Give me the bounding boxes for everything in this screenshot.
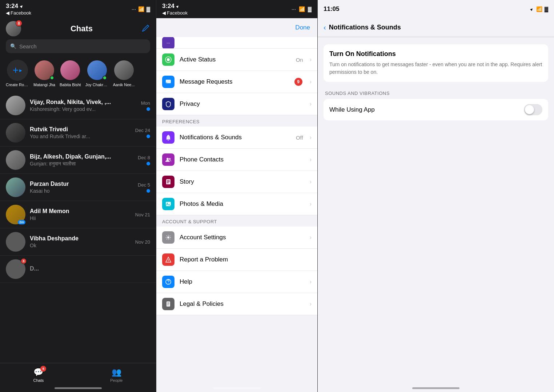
sounds-vibrations-card: While Using App <box>324 99 548 120</box>
while-using-app-toggle[interactable] <box>524 104 542 115</box>
wifi-icon: 📶 <box>138 6 144 12</box>
phone-contacts-label: Phone Contacts <box>180 156 305 163</box>
message-requests-icon <box>162 76 174 88</box>
svg-rect-16 <box>167 303 169 303</box>
group2-time: Dec 8 <box>138 155 150 160</box>
search-bar[interactable]: 🔍 Search <box>6 39 150 53</box>
chat-item-adil[interactable]: 2m Adil M Memon Hii Nov 21 <box>0 201 156 228</box>
settings-bottom-bar <box>156 381 317 392</box>
svg-point-11 <box>167 236 169 239</box>
home-indicator-chats <box>55 387 102 389</box>
settings-header: Done <box>156 18 317 37</box>
chat-item-parzan[interactable]: Parzan Dastur Kasai ho Dec 5 <box>0 174 156 201</box>
settings-item-active-status[interactable]: Active Status On › <box>156 49 317 71</box>
settings-item-report-problem[interactable]: Report a Problem <box>156 249 317 271</box>
back-facebook-chats[interactable]: ◀ Facebook <box>6 10 31 16</box>
chats-nav-icon: 💬 6 <box>33 368 43 377</box>
legal-policies-chevron-icon: › <box>310 301 312 307</box>
while-using-app-label: While Using App <box>329 106 375 113</box>
privacy-icon <box>162 98 174 110</box>
turn-on-notifications-title: Turn On Notifications <box>329 50 542 58</box>
story-item-aanik[interactable]: Aanik Nee... <box>113 60 135 87</box>
group2-unread <box>146 162 150 165</box>
notifications-label: Notifications & Sounds <box>180 134 291 141</box>
status-icons-chats: ··· 📶 ▓ <box>132 6 150 12</box>
chat-item-vibha[interactable]: Vibha Deshpande Ok Nov 20 <box>0 228 156 256</box>
settings-item-help[interactable]: Help › <box>156 271 317 293</box>
settings-item-phone-contacts[interactable]: Phone Contacts › <box>156 149 317 171</box>
settings-item-notifications[interactable]: Notifications & Sounds Off › <box>156 127 317 149</box>
video-icon: ▶ <box>19 68 22 72</box>
group1-unread <box>146 107 150 111</box>
nav-item-chats[interactable]: 💬 6 Chats <box>33 368 44 383</box>
sounds-vibrations-section: SOUNDS AND VIBRATIONS While Using App <box>318 91 554 120</box>
user-avatar-container[interactable]: 8 <box>6 21 21 36</box>
svg-point-3 <box>166 158 169 160</box>
story-label: Story <box>180 178 305 185</box>
group1-name: Vijay, Ronak, Nikita, Vivek, ,... <box>30 99 137 105</box>
notif-back-button[interactable]: ‹ <box>324 23 326 32</box>
active-status-icon <box>162 53 174 66</box>
people-nav-label: People <box>110 378 123 383</box>
story-item-joy[interactable]: Joy Chakraborty <box>85 60 109 87</box>
aanik-avatar-container <box>113 60 135 81</box>
svg-rect-6 <box>167 180 170 181</box>
panel-chats: 3:24 ▲ ◀ Facebook ··· 📶 ▓ 8 Chats <box>0 0 156 392</box>
settings-back-label[interactable]: ◀ Facebook <box>162 10 188 16</box>
partial-badge: 8 <box>21 258 27 264</box>
rutvik-avatar <box>6 123 25 143</box>
panel-notifications: 11:05 ▲ 📶 ▓ ‹ Notifications & Sounds Tur… <box>318 0 554 392</box>
settings-item-message-requests[interactable]: Message Requests 9 › <box>156 71 317 93</box>
chat-item-group1[interactable]: Vijay, Ronak, Nikita, Vivek, ,... Kishor… <box>0 92 156 119</box>
settings-item-story[interactable]: Story › <box>156 171 317 193</box>
sounds-vibrations-label: SOUNDS AND VIBRATIONS <box>324 91 548 96</box>
panel-settings: 3:24 ▲ ◀ Facebook ··· 📶 ▓ Done ··· <box>156 0 318 392</box>
phone-contacts-chevron-icon: › <box>310 156 312 163</box>
story-item-create[interactable]: + ▶ Create Room <box>6 60 29 87</box>
story-item-matangi[interactable]: Matangi Jha <box>33 60 55 87</box>
svg-point-10 <box>167 203 168 204</box>
chat-list: Vijay, Ronak, Nikita, Vivek, ,... Kishor… <box>0 92 156 363</box>
chat-item-rutvik[interactable]: Rutvik Trivedi You and Rutvik Trivedi ar… <box>0 119 156 147</box>
toggle-knob <box>525 105 534 114</box>
legal-policies-label: Legal & Policies <box>180 300 305 308</box>
notif-status-icons: ▲ 📶 ▓ <box>530 6 548 12</box>
rutvik-name: Rutvik Trivedi <box>30 126 131 133</box>
add-icon: + <box>13 64 19 76</box>
photos-media-icon <box>162 198 174 210</box>
create-room-avatar: + ▶ <box>7 60 28 81</box>
nav-item-people[interactable]: 👥 People <box>110 368 123 383</box>
group2-avatar <box>6 150 25 170</box>
settings-item-photos-media[interactable]: Photos & Media › <box>156 193 317 215</box>
matangi-online-dot <box>50 76 54 80</box>
settings-item-account-settings[interactable]: Account Settings › <box>156 227 317 249</box>
parzan-time: Dec 5 <box>138 182 150 188</box>
vibha-meta: Nov 20 <box>135 239 150 245</box>
story-chevron-icon: › <box>310 179 312 185</box>
rutvik-unread <box>146 135 150 138</box>
chat-item-group2[interactable]: Bijz, Alkesh, Dipak, Gunjan,... Gunjan: … <box>0 147 156 174</box>
notif-signal-icon: ▲ <box>529 6 535 12</box>
rutvik-info: Rutvik Trivedi You and Rutvik Trivedi ar… <box>30 126 131 139</box>
svg-rect-17 <box>167 304 169 304</box>
help-label: Help <box>180 278 305 285</box>
settings-status-right: ··· 📶 ▓ <box>292 6 312 12</box>
compose-button[interactable] <box>142 24 150 34</box>
settings-ellipsis-icon: ··· <box>292 6 296 12</box>
rutvik-meta: Dec 24 <box>135 128 150 138</box>
chat-item-partial[interactable]: 8 D... <box>0 256 156 283</box>
settings-status-time: 3:24 ▲ <box>162 3 188 10</box>
parzan-avatar-container <box>6 177 25 197</box>
account-support-section-header: ACCOUNT & SUPPORT <box>156 215 317 227</box>
story-item-babita[interactable]: Babita Bisht <box>60 60 81 87</box>
settings-item-legal-policies[interactable]: Legal & Policies › <box>156 293 317 315</box>
notif-battery-icon: ▓ <box>545 6 548 12</box>
account-settings-chevron-icon: › <box>310 234 312 241</box>
settings-item-privacy[interactable]: Privacy › <box>156 93 317 115</box>
done-button[interactable]: Done <box>295 24 310 31</box>
rutvik-preview: You and Rutvik Trivedi ar... <box>30 133 117 139</box>
status-bar-notif: 11:05 ▲ 📶 ▓ <box>318 0 554 18</box>
report-problem-label: Report a Problem <box>180 256 312 263</box>
people-nav-icon: 👥 <box>112 368 121 377</box>
settings-status-left: 3:24 ▲ ◀ Facebook <box>162 3 188 16</box>
